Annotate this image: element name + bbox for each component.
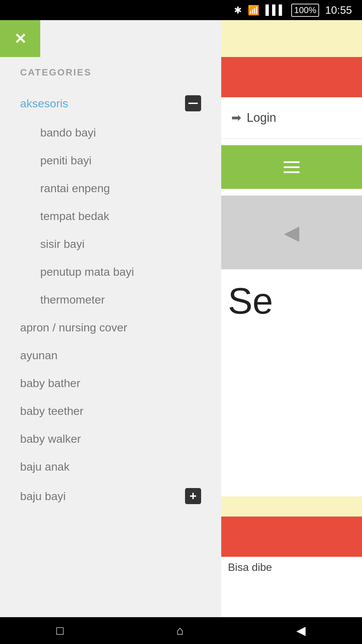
right-big-text: Se — [221, 269, 362, 332]
subitem-thermometer[interactable]: thermometer — [0, 286, 221, 314]
category-apron[interactable]: apron / nursing cover — [0, 314, 221, 341]
back-arrow-icon[interactable]: ◀ — [284, 221, 299, 244]
right-menu-button[interactable] — [221, 145, 362, 189]
status-icons: ✱ 📶 ▌▌▌ 100% 10:55 — [234, 4, 352, 17]
category-baby-walker[interactable]: baby walker — [0, 425, 221, 453]
right-top-yellow-block — [221, 20, 362, 57]
nav-home-button[interactable]: ⌂ — [176, 624, 184, 638]
login-label[interactable]: Login — [247, 111, 276, 125]
right-gray-area: ◀ — [221, 196, 362, 269]
category-apron-label: apron / nursing cover — [20, 321, 127, 334]
battery-icon: 100% — [291, 4, 319, 17]
right-bottom-red-block — [221, 517, 362, 557]
right-top-red-block — [221, 57, 362, 97]
subitem-bando-bayi[interactable]: bando bayi — [0, 119, 221, 147]
subitem-rantai-enpeng[interactable]: rantai enpeng — [0, 174, 221, 202]
category-baju-anak[interactable]: baju anak — [0, 453, 221, 481]
bisa-dibe-text: Bisa dibe — [221, 558, 362, 577]
category-baby-teether[interactable]: baby teether — [0, 397, 221, 425]
bluetooth-icon: ✱ — [234, 5, 242, 16]
main-layout: ✕ CATEGORIES aksesoris bando bayi peniti… — [0, 20, 362, 617]
subitem-penutup-mata-bayi[interactable]: penutup mata bayi — [0, 258, 221, 286]
wifi-icon: 📶 — [248, 5, 259, 16]
category-baju-anak-label: baju anak — [20, 460, 69, 473]
category-aksesoris-label: aksesoris — [20, 97, 68, 110]
subitem-peniti-bayi[interactable]: peniti bayi — [0, 147, 221, 174]
login-section: ➡ Login — [221, 97, 362, 139]
right-panel: ➡ Login ◀ Se Bisa dibe — [221, 20, 362, 617]
close-button[interactable]: ✕ — [14, 30, 26, 47]
signal-icon: ▌▌▌ — [265, 5, 286, 15]
category-ayunan-label: ayunan — [20, 349, 58, 362]
nav-back-button[interactable]: ◀ — [296, 624, 306, 638]
hamburger-icon — [284, 161, 300, 173]
categories-label: CATEGORIES — [0, 67, 221, 78]
subitem-tempat-bedak[interactable]: tempat bedak — [0, 202, 221, 230]
category-baby-walker-label: baby walker — [20, 432, 81, 445]
status-time: 10:55 — [325, 4, 352, 16]
expand-icon[interactable] — [185, 488, 201, 504]
collapse-icon[interactable] — [185, 95, 201, 111]
category-baby-bather-label: baby bather — [20, 377, 80, 390]
category-aksesoris[interactable]: aksesoris — [0, 88, 221, 119]
right-bottom-yellow-block — [221, 496, 362, 517]
category-ayunan[interactable]: ayunan — [0, 341, 221, 369]
category-baju-bayi-label: baju bayi — [20, 490, 66, 503]
category-baby-teether-label: baby teether — [20, 405, 83, 418]
category-baju-bayi[interactable]: baju bayi — [0, 481, 221, 512]
subitem-sisir-bayi[interactable]: sisir bayi — [0, 230, 221, 258]
login-arrow-icon: ➡ — [231, 111, 241, 125]
sidebar-header: ✕ — [0, 20, 40, 57]
sidebar: ✕ CATEGORIES aksesoris bando bayi peniti… — [0, 20, 221, 617]
hamburger-line-3 — [284, 171, 300, 173]
hamburger-line-2 — [284, 166, 300, 168]
hamburger-line-1 — [284, 161, 300, 163]
nav-square-button[interactable]: □ — [56, 624, 64, 638]
status-bar: ✱ 📶 ▌▌▌ 100% 10:55 — [0, 0, 362, 20]
category-baby-bather[interactable]: baby bather — [0, 369, 221, 397]
bottom-nav: □ ⌂ ◀ — [0, 617, 362, 644]
